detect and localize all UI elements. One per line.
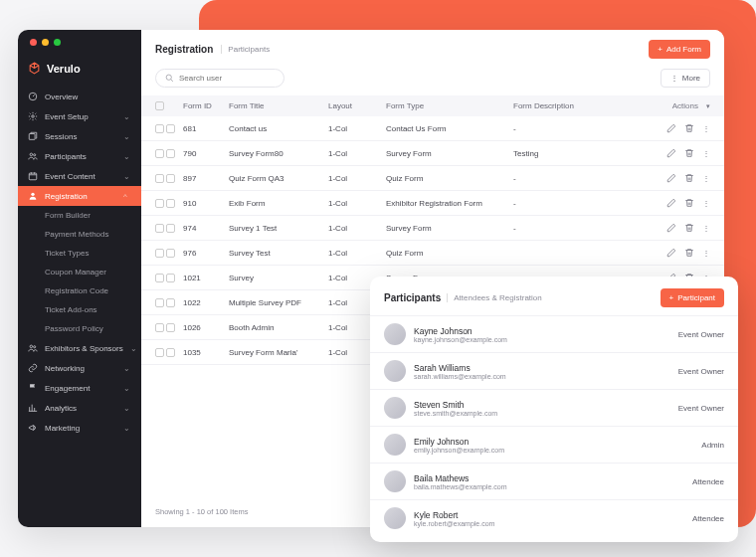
participant-row[interactable]: Steven Smithsteve.smith@example.comEvent… (370, 389, 738, 426)
sidebar-item-label: Event Setup (45, 112, 116, 121)
cell-form-desc: - (513, 224, 603, 233)
sidebar-item-exhibitors-sponsors[interactable]: Exhibitors & Sponsors⌄ (18, 338, 141, 358)
sidebar-subitem-coupon-manager[interactable]: Coupon Manager (18, 263, 141, 281)
close-window-icon[interactable] (30, 39, 37, 46)
people-icon (28, 151, 38, 161)
row-checkbox[interactable] (155, 149, 164, 158)
select-all-checkbox[interactable] (155, 101, 183, 110)
sidebar-item-event-setup[interactable]: Event Setup⌄ (18, 106, 141, 126)
participant-email: emily.johnson@example.com (414, 447, 504, 454)
cell-form-title: Multiple Survey PDF (229, 298, 328, 307)
edit-icon[interactable] (666, 123, 676, 133)
row-checkbox[interactable] (155, 348, 164, 357)
chart-icon (28, 403, 38, 413)
row-checkbox[interactable] (155, 199, 164, 208)
sidebar-item-label: Engagement (45, 384, 116, 393)
trash-icon[interactable] (684, 123, 694, 133)
row-checkbox[interactable] (166, 174, 175, 183)
more-dots-icon[interactable]: ⋮ (702, 199, 710, 208)
participant-row[interactable]: Emily Johnsonemily.johnson@example.comAd… (370, 426, 738, 463)
participant-name: Steven Smith (414, 400, 497, 410)
row-checkbox[interactable] (155, 249, 164, 258)
row-checkbox[interactable] (166, 149, 175, 158)
more-dots-icon[interactable]: ⋮ (702, 224, 710, 233)
sidebar-item-networking[interactable]: Networking⌄ (18, 358, 141, 378)
chevron-up-icon: ^ (123, 192, 131, 200)
row-checkbox[interactable] (155, 174, 164, 183)
sidebar-subitem-form-builder[interactable]: Form Builder (18, 206, 141, 225)
sidebar-item-sessions[interactable]: Sessions⌄ (18, 126, 141, 146)
row-checkbox[interactable] (166, 249, 175, 258)
add-form-button[interactable]: + Add Form (649, 40, 710, 59)
trash-icon[interactable] (684, 148, 694, 158)
participant-row[interactable]: Sarah Williamssarah.williams@example.com… (370, 352, 738, 389)
chevron-down-icon: ⌄ (123, 404, 131, 412)
col-form-desc[interactable]: Form Description (513, 101, 603, 110)
page-title: Registration (155, 44, 213, 55)
more-button[interactable]: ⋮ More (661, 69, 710, 88)
row-checkbox[interactable] (155, 323, 164, 332)
maximize-window-icon[interactable] (54, 39, 61, 46)
participant-row[interactable]: Baila Mathewsbaila.mathews@example.comAt… (370, 463, 738, 499)
more-dots-icon[interactable]: ⋮ (702, 124, 710, 133)
sidebar-item-marketing[interactable]: Marketing⌄ (18, 418, 141, 438)
sidebar-item-engagement[interactable]: Engagement⌄ (18, 378, 141, 398)
sidebar-subitem-ticket-add-ons[interactable]: Ticket Add-ons (18, 300, 141, 319)
more-dots-icon[interactable]: ⋮ (702, 174, 710, 183)
sidebar-item-participants[interactable]: Participants⌄ (18, 146, 141, 166)
cell-form-desc: - (513, 124, 603, 133)
row-checkbox[interactable] (166, 298, 175, 307)
sidebar-subitem-registration-code[interactable]: Registration Code (18, 281, 141, 300)
add-participant-button[interactable]: + Participant (661, 288, 724, 307)
participant-email: baila.mathews@example.com (414, 483, 506, 490)
search-icon (165, 74, 174, 83)
row-checkbox[interactable] (166, 124, 175, 133)
avatar (384, 397, 406, 419)
svg-point-3 (30, 153, 32, 156)
edit-icon[interactable] (666, 248, 676, 258)
col-form-id[interactable]: Form ID (183, 101, 229, 110)
sidebar-subitem-password-policy[interactable]: Password Policy (18, 319, 141, 338)
sidebar-subitem-ticket-types[interactable]: Ticket Types (18, 244, 141, 263)
edit-icon[interactable] (666, 148, 676, 158)
cell-form-type: Exhibitor Registration Form (386, 199, 513, 208)
cell-form-type: Contact Us Form (386, 124, 513, 133)
trash-icon[interactable] (684, 248, 694, 258)
participant-role: Admin (701, 441, 724, 450)
row-checkbox[interactable] (155, 124, 164, 133)
row-checkbox[interactable] (166, 224, 175, 233)
row-checkbox[interactable] (166, 323, 175, 332)
sidebar-item-overview[interactable]: Overview (18, 87, 141, 106)
sidebar-item-analytics[interactable]: Analytics⌄ (18, 398, 141, 418)
chevron-down-icon: ⌄ (123, 384, 131, 392)
page-header: Registration Participants + Add Form (141, 30, 724, 65)
col-layout[interactable]: Layout (328, 101, 386, 110)
sidebar-item-registration[interactable]: Registration^ (18, 186, 141, 206)
chevron-down-icon[interactable]: ▾ (706, 102, 710, 110)
row-checkbox[interactable] (166, 274, 175, 282)
trash-icon[interactable] (684, 223, 694, 233)
col-form-title[interactable]: Form Title (229, 101, 328, 110)
participant-row[interactable]: Kayne Johnsonkayne.johnson@example.comEv… (370, 315, 738, 352)
sidebar-subitem-payment-methods[interactable]: Payment Methods (18, 225, 141, 244)
cell-form-title: Survey Test (229, 249, 328, 258)
more-dots-icon[interactable]: ⋮ (702, 249, 710, 258)
row-checkbox[interactable] (155, 274, 164, 282)
row-checkbox[interactable] (155, 298, 164, 307)
edit-icon[interactable] (666, 173, 676, 183)
col-form-type[interactable]: Form Type (386, 101, 513, 110)
edit-icon[interactable] (666, 223, 676, 233)
participant-row[interactable]: Kyle Robertkyle.robert@example.comAttend… (370, 499, 738, 536)
minimize-window-icon[interactable] (42, 39, 49, 46)
row-checkbox[interactable] (155, 224, 164, 233)
search-input-wrapper[interactable] (155, 69, 284, 88)
more-dots-icon[interactable]: ⋮ (702, 149, 710, 158)
sidebar-item-event-content[interactable]: Event Content⌄ (18, 166, 141, 186)
cell-form-id: 974 (183, 224, 229, 233)
row-checkbox[interactable] (166, 199, 175, 208)
edit-icon[interactable] (666, 198, 676, 208)
search-input[interactable] (179, 74, 275, 83)
row-checkbox[interactable] (166, 348, 175, 357)
trash-icon[interactable] (684, 198, 694, 208)
trash-icon[interactable] (684, 173, 694, 183)
